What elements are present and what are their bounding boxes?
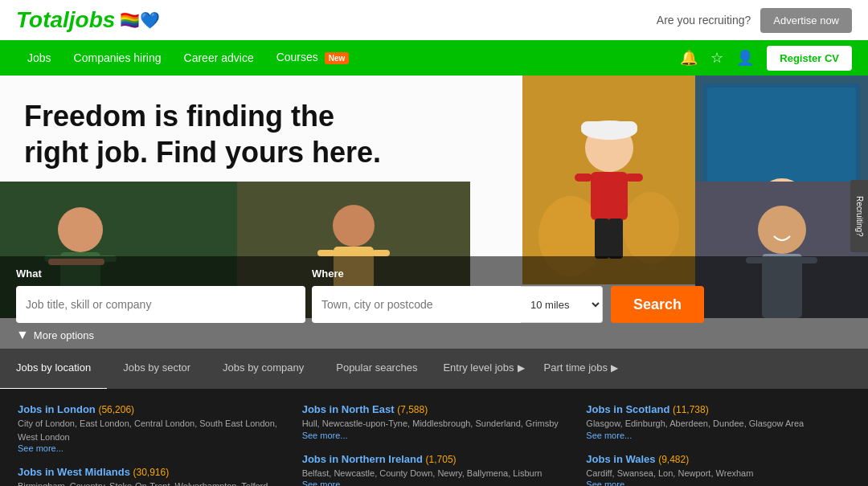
region-title-scot[interactable]: Jobs in Scotland (11,738) xyxy=(586,403,850,415)
tab-entry-level[interactable]: Entry level jobs ▶ xyxy=(433,348,534,390)
more-options[interactable]: ▼ More options xyxy=(16,323,852,342)
svg-point-27 xyxy=(333,205,375,247)
tabs-row: Jobs by location Jobs by sector Jobs by … xyxy=(0,349,868,389)
what-label: What xyxy=(16,268,305,280)
hero-area: Freedom is finding the right job. Find y… xyxy=(0,76,868,389)
bookmark-icon[interactable]: ☆ xyxy=(710,49,723,67)
region-title-ni[interactable]: Jobs in Northern Ireland (1,705) xyxy=(302,453,567,465)
logo: Totaljobs 🏳️‍🌈💙 xyxy=(16,7,160,33)
svg-rect-30 xyxy=(372,250,390,256)
svg-rect-5 xyxy=(581,121,637,133)
register-cv-button[interactable]: Register CV xyxy=(767,46,852,71)
region-count-ni: (1,705) xyxy=(426,454,457,465)
what-input[interactable] xyxy=(16,286,305,323)
svg-point-2 xyxy=(623,192,679,264)
svg-rect-7 xyxy=(575,174,592,182)
jobs-grid: Jobs in London (56,206) City of London, … xyxy=(18,403,850,486)
region-title-ne[interactable]: Jobs in North East (7,588) xyxy=(302,403,567,415)
advertise-button[interactable]: Advertise now xyxy=(760,8,852,33)
entry-level-chevron: ▶ xyxy=(518,348,525,388)
region-count-westmid: (30,916) xyxy=(133,467,170,478)
region-count-ne: (7,588) xyxy=(397,404,428,415)
svg-point-21 xyxy=(58,207,103,252)
nav-item-courses[interactable]: Courses New xyxy=(265,39,361,76)
tab-jobs-company[interactable]: Jobs by company xyxy=(207,348,320,390)
region-title-wales[interactable]: Jobs in Wales (9,482) xyxy=(586,453,850,465)
more-options-label: More options xyxy=(34,329,94,341)
user-icon[interactable]: 👤 xyxy=(736,49,754,67)
region-cities-london: City of London, East London, Central Lon… xyxy=(18,417,282,443)
svg-rect-13 xyxy=(707,88,856,184)
see-more-ni[interactable]: See more... xyxy=(302,480,567,486)
region-cities-ne: Hull, Newcastle-upon-Tyne, Middlesbrough… xyxy=(302,417,567,431)
list-item: Jobs in Scotland (11,738) Glasgow, Edinb… xyxy=(586,403,850,440)
svg-rect-10 xyxy=(608,218,623,259)
jobs-listing: Jobs in London (56,206) City of London, … xyxy=(0,389,868,486)
region-count-wales: (9,482) xyxy=(658,454,689,465)
region-cities-wales: Cardiff, Swansea, Lon, Newport, Wrexham xyxy=(586,467,850,480)
headline-light: Find yours here. xyxy=(148,136,381,169)
nav-bar: Jobs Companies hiring Career advice Cour… xyxy=(0,40,868,76)
search-bar: What Where 1 mile 5 miles 10 miles 20 mi… xyxy=(0,256,868,349)
see-more-wales[interactable]: See more... xyxy=(586,480,850,486)
list-item: Jobs in North East (7,588) Hull, Newcast… xyxy=(302,403,567,440)
tab-popular-searches[interactable]: Popular searches xyxy=(320,348,433,390)
region-title-london[interactable]: Jobs in London (56,206) xyxy=(18,403,282,415)
what-field: What xyxy=(16,268,305,323)
where-label: Where xyxy=(312,268,603,280)
region-cities-scot: Glasgow, Edinburgh, Aberdeen, Dundee, Gl… xyxy=(586,417,850,431)
hero-content: Freedom is finding the right job. Find y… xyxy=(0,76,530,193)
jobs-col-1: Jobs in London (56,206) City of London, … xyxy=(18,403,282,486)
region-cities-westmid: Birmingham, Coventry, Stoke-On-Trent, Wo… xyxy=(18,480,282,486)
list-item: Jobs in West Midlands (30,916) Birmingha… xyxy=(18,466,282,486)
svg-rect-29 xyxy=(317,250,335,256)
search-inputs: What Where 1 mile 5 miles 10 miles 20 mi… xyxy=(16,268,852,323)
tab-jobs-sector[interactable]: Jobs by sector xyxy=(107,348,207,390)
more-options-icon: ▼ xyxy=(16,328,29,342)
svg-rect-6 xyxy=(591,172,628,220)
region-count-scot: (11,738) xyxy=(673,404,709,415)
top-right: Are you recruiting? Advertise now xyxy=(657,8,852,33)
tab-jobs-location[interactable]: Jobs by location xyxy=(0,348,107,390)
tab-part-time[interactable]: Part time jobs ▶ xyxy=(534,348,628,390)
jobs-col-2: Jobs in North East (7,588) Hull, Newcast… xyxy=(302,403,567,486)
svg-point-32 xyxy=(758,206,806,254)
recruiting-sidebar[interactable]: Recruiting? xyxy=(850,180,868,252)
see-more-scot[interactable]: See more... xyxy=(586,431,850,440)
region-title-westmid[interactable]: Jobs in West Midlands (30,916) xyxy=(18,466,282,478)
region-count-london: (56,206) xyxy=(98,404,134,415)
hero-image-1 xyxy=(522,76,695,284)
region-cities-ni: Belfast, Newcastle, County Down, Newry, … xyxy=(302,467,567,480)
part-time-chevron: ▶ xyxy=(611,348,618,388)
list-item: Jobs in London (56,206) City of London, … xyxy=(18,403,282,453)
logo-heart-icon: 🏳️‍🌈💙 xyxy=(120,10,160,30)
where-field: Where 1 mile 5 miles 10 miles 20 miles 3… xyxy=(312,268,603,323)
where-input[interactable] xyxy=(312,286,521,323)
headline-bold2: right job. xyxy=(24,136,148,169)
see-more-ne[interactable]: See more... xyxy=(302,431,567,440)
list-item: Jobs in Northern Ireland (1,705) Belfast… xyxy=(302,453,567,487)
nav-item-companies[interactable]: Companies hiring xyxy=(63,40,173,76)
see-more-london[interactable]: See more... xyxy=(18,443,282,453)
top-bar: Totaljobs 🏳️‍🌈💙 Are you recruiting? Adve… xyxy=(0,0,868,40)
svg-rect-9 xyxy=(595,218,609,259)
nav-item-career[interactable]: Career advice xyxy=(173,40,265,76)
notification-icon[interactable]: 🔔 xyxy=(680,49,698,67)
hero-headline: Freedom is finding the right job. Find y… xyxy=(24,98,506,170)
jobs-col-3: Jobs in Scotland (11,738) Glasgow, Edinb… xyxy=(586,403,850,486)
search-button[interactable]: Search xyxy=(611,286,704,323)
where-inputs: 1 mile 5 miles 10 miles 20 miles 30 mile… xyxy=(312,286,603,323)
logo-text[interactable]: Totaljobs xyxy=(16,7,115,33)
courses-badge: New xyxy=(325,52,350,64)
svg-rect-8 xyxy=(625,174,643,182)
recruiting-question: Are you recruiting? xyxy=(657,14,751,27)
headline-line1: Freedom is finding the xyxy=(24,100,334,133)
nav-item-jobs[interactable]: Jobs xyxy=(16,40,63,76)
distance-select[interactable]: 1 mile 5 miles 10 miles 20 miles 30 mile… xyxy=(521,286,603,323)
nav-icons: 🔔 ☆ 👤 Register CV xyxy=(680,46,852,71)
list-item: Jobs in Wales (9,482) Cardiff, Swansea, … xyxy=(586,453,850,487)
